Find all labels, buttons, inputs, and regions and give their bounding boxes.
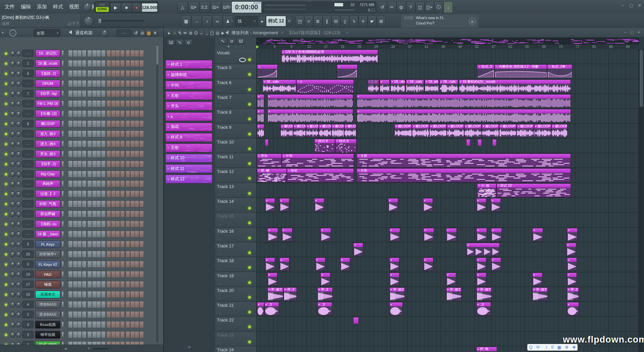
- step-cell[interactable]: [92, 80, 97, 87]
- channel-button[interactable]: 湾音BASS: [35, 301, 60, 308]
- channel-target-display[interactable]: 5: [22, 260, 34, 268]
- clip-header[interactable]: ▸..3: [265, 302, 279, 306]
- channel-pan-knob[interactable]: [10, 322, 15, 328]
- channel-pan-knob[interactable]: [10, 221, 15, 227]
- channel-mute-indicator[interactable]: [62, 171, 63, 176]
- step-cell[interactable]: [77, 90, 82, 97]
- channel-volume-knob[interactable]: [16, 302, 21, 307]
- channel-target-display[interactable]: ---: [22, 130, 34, 137]
- step-cell[interactable]: [96, 311, 101, 318]
- mixer-icon[interactable]: ∥: [322, 15, 331, 27]
- clip[interactable]: ▸: [532, 228, 543, 241]
- step-cell[interactable]: [92, 151, 97, 158]
- step-cell[interactable]: [111, 190, 116, 197]
- track-name[interactable]: Track 23: [217, 333, 234, 338]
- ime-moon-icon[interactable]: ☽: [544, 345, 548, 350]
- step-cell[interactable]: [125, 50, 130, 57]
- step-cell[interactable]: [87, 50, 92, 57]
- step-cell[interactable]: [106, 281, 111, 288]
- channel-volume-knob[interactable]: [16, 51, 21, 56]
- track-header[interactable]: Track 10---: [215, 138, 256, 153]
- about-icon[interactable]: ⓘ: [434, 1, 443, 13]
- channel-target-display[interactable]: ---: [22, 110, 34, 117]
- step-cell[interactable]: [77, 211, 82, 218]
- channel-button[interactable]: 进入..效3: [35, 130, 60, 138]
- step-cell[interactable]: [77, 331, 82, 338]
- step-cell[interactable]: [120, 251, 125, 258]
- step-cell[interactable]: [135, 271, 139, 278]
- clip[interactable]: ≡加花: [287, 168, 354, 182]
- mini-clip[interactable]: [492, 139, 496, 146]
- step-cell[interactable]: [115, 100, 120, 107]
- step-cell[interactable]: [115, 50, 120, 57]
- ime-search-icon[interactable]: Q: [529, 345, 532, 350]
- step-cell[interactable]: [115, 171, 120, 178]
- step-cell[interactable]: [125, 80, 130, 87]
- clip-header[interactable]: ▸: [354, 243, 363, 247]
- clip-header[interactable]: ▸18...cals: [406, 80, 424, 84]
- step-cell[interactable]: [77, 231, 82, 238]
- track-options[interactable]: ---: [218, 297, 222, 300]
- clip-header[interactable]: ▸开..3: [567, 288, 579, 292]
- channel-button[interactable]: Big Clap: [35, 170, 60, 178]
- pitch-slider[interactable]: [97, 20, 144, 21]
- step-cell[interactable]: [139, 110, 144, 117]
- clip[interactable]: ▸18...cals: [439, 79, 458, 93]
- step-cell[interactable]: [92, 241, 97, 248]
- channel-mute-indicator[interactable]: [62, 201, 63, 206]
- clip-header[interactable]: ≡小..鼓: [477, 184, 496, 188]
- step-cell[interactable]: [120, 190, 125, 197]
- step-cell[interactable]: [111, 80, 116, 87]
- track-name[interactable]: Track 7: [217, 95, 231, 100]
- step-cell[interactable]: [125, 70, 130, 77]
- step-cell[interactable]: [92, 281, 97, 288]
- clip[interactable]: ▸18..als: [425, 79, 439, 93]
- channel-target-display[interactable]: ---: [22, 200, 34, 208]
- track-led[interactable]: [248, 281, 251, 284]
- song-mode-button[interactable]: SONG: [96, 7, 109, 12]
- track-options[interactable]: ---: [218, 193, 222, 196]
- step-cell[interactable]: [139, 130, 144, 137]
- detach-icon[interactable]: ▸: [166, 29, 172, 37]
- step-cell[interactable]: [92, 110, 97, 117]
- clip[interactable]: ▸: [357, 94, 571, 108]
- step-cell[interactable]: [101, 221, 106, 228]
- step-cell[interactable]: [106, 341, 111, 345]
- clip[interactable]: ▸: [388, 198, 398, 212]
- undo-swing-icon[interactable]: ↺: [133, 29, 139, 37]
- step-cell[interactable]: [106, 151, 111, 158]
- clip[interactable]: ▸: [267, 228, 278, 241]
- step-cell[interactable]: [68, 281, 73, 288]
- step-seq-icon[interactable]: ⌗: [304, 15, 313, 27]
- step-cell[interactable]: [111, 70, 116, 77]
- step-cell[interactable]: [115, 291, 120, 298]
- step-cell[interactable]: [111, 100, 116, 107]
- step-cell[interactable]: [130, 331, 135, 338]
- step-cell[interactable]: [101, 311, 106, 318]
- clip[interactable]: ▸擦LOOP: [331, 124, 344, 137]
- clip[interactable]: ▸擦LOOP: [344, 124, 356, 137]
- step-cell[interactable]: [101, 60, 106, 67]
- clip-header[interactable]: ▸擦LOOP: [534, 124, 551, 128]
- swing-display[interactable]: ---: [117, 30, 131, 37]
- step-cell[interactable]: [68, 110, 73, 117]
- channel-volume-knob[interactable]: [16, 131, 21, 137]
- step-cell[interactable]: [77, 70, 82, 77]
- step-cell[interactable]: [82, 211, 87, 218]
- step-cell[interactable]: [92, 161, 97, 168]
- step-cell[interactable]: [82, 140, 87, 148]
- clip-header[interactable]: ▸: [567, 243, 576, 247]
- step-cell[interactable]: [139, 301, 144, 308]
- ime-lang-icon[interactable]: 中: [536, 345, 540, 350]
- step-cell[interactable]: [120, 331, 125, 338]
- channel-target-display[interactable]: 4: [22, 301, 34, 308]
- track-header[interactable]: Track 6---: [215, 79, 256, 94]
- step-cell[interactable]: [77, 120, 82, 127]
- track-name[interactable]: Track 11: [217, 154, 233, 159]
- channel-volume-knob[interactable]: [16, 322, 21, 328]
- step-cell[interactable]: [130, 231, 135, 238]
- step-cell[interactable]: [111, 211, 116, 218]
- step-cell[interactable]: [96, 341, 101, 345]
- channel-volume-knob[interactable]: [16, 71, 21, 76]
- step-cell[interactable]: [139, 281, 144, 288]
